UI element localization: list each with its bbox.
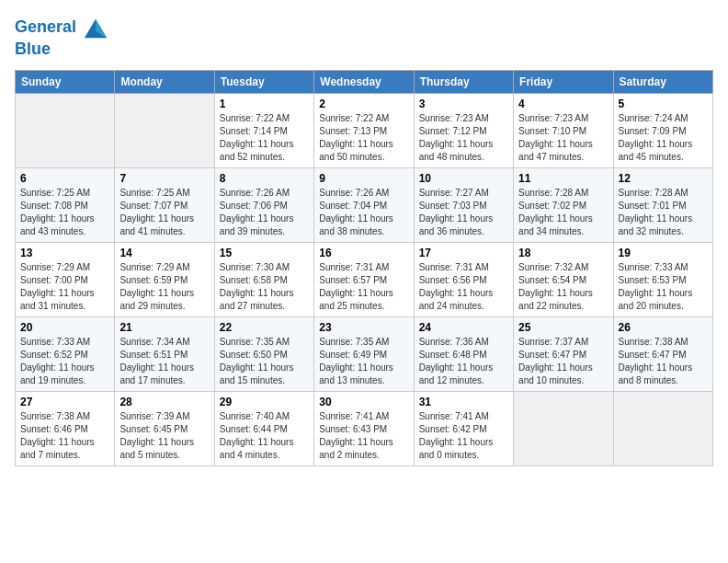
calendar-cell: 20Sunrise: 7:33 AM Sunset: 6:52 PM Dayli… [16,316,115,391]
calendar-week-row: 6Sunrise: 7:25 AM Sunset: 7:08 PM Daylig… [16,167,713,242]
day-number: 6 [20,172,109,185]
calendar-cell: 24Sunrise: 7:36 AM Sunset: 6:48 PM Dayli… [414,316,513,391]
day-detail: Sunrise: 7:28 AM Sunset: 7:01 PM Dayligh… [619,187,708,238]
day-number: 11 [518,172,608,185]
day-number: 16 [319,247,408,259]
day-detail: Sunrise: 7:23 AM Sunset: 7:10 PM Dayligh… [518,112,608,164]
calendar-cell [613,391,712,465]
day-detail: Sunrise: 7:28 AM Sunset: 7:02 PM Dayligh… [518,187,608,238]
day-number: 29 [220,396,309,408]
calendar-cell: 11Sunrise: 7:28 AM Sunset: 7:02 PM Dayli… [514,167,613,242]
day-detail: Sunrise: 7:29 AM Sunset: 7:00 PM Dayligh… [20,261,109,313]
day-detail: Sunrise: 7:23 AM Sunset: 7:12 PM Dayligh… [419,112,508,164]
calendar-cell [115,93,214,167]
weekday-header-sunday: Sunday [16,70,115,93]
calendar-cell [514,391,613,465]
calendar-cell: 5Sunrise: 7:24 AM Sunset: 7:09 PM Daylig… [613,93,712,167]
day-number: 26 [619,321,708,334]
calendar-cell: 27Sunrise: 7:38 AM Sunset: 6:46 PM Dayli… [16,391,115,465]
day-number: 7 [119,172,209,185]
calendar-cell: 15Sunrise: 7:30 AM Sunset: 6:58 PM Dayli… [214,242,313,316]
day-detail: Sunrise: 7:37 AM Sunset: 6:47 PM Dayligh… [518,336,608,387]
day-number: 1 [220,98,309,110]
day-number: 20 [20,321,109,334]
calendar-cell: 29Sunrise: 7:40 AM Sunset: 6:44 PM Dayli… [214,391,313,465]
calendar-cell: 31Sunrise: 7:41 AM Sunset: 6:42 PM Dayli… [414,391,513,465]
calendar-cell: 23Sunrise: 7:35 AM Sunset: 6:49 PM Dayli… [314,316,414,391]
day-number: 9 [319,172,408,185]
day-number: 30 [319,396,408,408]
day-number: 31 [419,396,508,408]
day-number: 25 [518,321,608,334]
day-detail: Sunrise: 7:27 AM Sunset: 7:03 PM Dayligh… [419,187,508,238]
day-number: 17 [419,247,508,259]
calendar-cell: 13Sunrise: 7:29 AM Sunset: 7:00 PM Dayli… [16,242,115,316]
calendar-week-row: 20Sunrise: 7:33 AM Sunset: 6:52 PM Dayli… [16,316,713,391]
day-detail: Sunrise: 7:38 AM Sunset: 6:47 PM Dayligh… [619,336,708,387]
day-number: 18 [518,247,608,259]
calendar-week-row: 13Sunrise: 7:29 AM Sunset: 7:00 PM Dayli… [16,242,713,316]
weekday-header-row: SundayMondayTuesdayWednesdayThursdayFrid… [16,70,713,93]
calendar-cell: 9Sunrise: 7:26 AM Sunset: 7:04 PM Daylig… [314,167,414,242]
day-detail: Sunrise: 7:22 AM Sunset: 7:14 PM Dayligh… [220,112,309,164]
day-detail: Sunrise: 7:39 AM Sunset: 6:45 PM Dayligh… [119,410,209,462]
calendar-cell: 21Sunrise: 7:34 AM Sunset: 6:51 PM Dayli… [115,316,214,391]
day-number: 27 [20,396,109,408]
page: General Blue SundayMondayTuesdayWednesda… [0,0,728,481]
day-number: 28 [119,396,209,408]
calendar-cell: 8Sunrise: 7:26 AM Sunset: 7:06 PM Daylig… [214,167,313,242]
calendar-cell: 22Sunrise: 7:35 AM Sunset: 6:50 PM Dayli… [214,316,313,391]
day-detail: Sunrise: 7:40 AM Sunset: 6:44 PM Dayligh… [220,410,309,462]
day-detail: Sunrise: 7:24 AM Sunset: 7:09 PM Dayligh… [619,112,708,164]
calendar-cell: 4Sunrise: 7:23 AM Sunset: 7:10 PM Daylig… [514,93,613,167]
day-number: 23 [319,321,408,334]
calendar-cell: 3Sunrise: 7:23 AM Sunset: 7:12 PM Daylig… [414,93,513,167]
logo: General Blue [15,15,108,59]
calendar-week-row: 27Sunrise: 7:38 AM Sunset: 6:46 PM Dayli… [16,391,713,465]
day-detail: Sunrise: 7:22 AM Sunset: 7:13 PM Dayligh… [319,112,408,164]
day-number: 3 [419,98,508,110]
calendar-cell: 17Sunrise: 7:31 AM Sunset: 6:56 PM Dayli… [414,242,513,316]
calendar-week-row: 1Sunrise: 7:22 AM Sunset: 7:14 PM Daylig… [16,93,713,167]
day-detail: Sunrise: 7:41 AM Sunset: 6:43 PM Dayligh… [319,410,408,462]
logo-subtext: Blue [15,40,108,59]
calendar-cell: 10Sunrise: 7:27 AM Sunset: 7:03 PM Dayli… [414,167,513,242]
day-number: 12 [619,172,708,185]
day-detail: Sunrise: 7:31 AM Sunset: 6:57 PM Dayligh… [319,261,408,313]
calendar-cell: 14Sunrise: 7:29 AM Sunset: 6:59 PM Dayli… [115,242,214,316]
day-detail: Sunrise: 7:30 AM Sunset: 6:58 PM Dayligh… [220,261,309,313]
calendar-cell: 25Sunrise: 7:37 AM Sunset: 6:47 PM Dayli… [514,316,613,391]
logo-text: General [15,15,108,40]
day-detail: Sunrise: 7:26 AM Sunset: 7:06 PM Dayligh… [220,187,309,238]
calendar-cell: 12Sunrise: 7:28 AM Sunset: 7:01 PM Dayli… [613,167,712,242]
day-detail: Sunrise: 7:34 AM Sunset: 6:51 PM Dayligh… [119,336,209,387]
day-detail: Sunrise: 7:25 AM Sunset: 7:07 PM Dayligh… [119,187,209,238]
calendar-table: SundayMondayTuesdayWednesdayThursdayFrid… [15,70,713,466]
day-number: 15 [220,247,309,259]
weekday-header-saturday: Saturday [613,70,712,93]
day-detail: Sunrise: 7:35 AM Sunset: 6:49 PM Dayligh… [319,336,408,387]
day-number: 4 [518,98,608,110]
day-number: 10 [419,172,508,185]
day-detail: Sunrise: 7:33 AM Sunset: 6:53 PM Dayligh… [619,261,708,313]
calendar-cell: 26Sunrise: 7:38 AM Sunset: 6:47 PM Dayli… [613,316,712,391]
calendar-cell: 30Sunrise: 7:41 AM Sunset: 6:43 PM Dayli… [314,391,414,465]
day-number: 2 [319,98,408,110]
calendar-cell [16,93,115,167]
weekday-header-monday: Monday [115,70,214,93]
day-number: 24 [419,321,508,334]
day-number: 5 [619,98,708,110]
weekday-header-thursday: Thursday [414,70,513,93]
day-detail: Sunrise: 7:26 AM Sunset: 7:04 PM Dayligh… [319,187,408,238]
day-number: 8 [220,172,309,185]
day-detail: Sunrise: 7:29 AM Sunset: 6:59 PM Dayligh… [119,261,209,313]
calendar-cell: 6Sunrise: 7:25 AM Sunset: 7:08 PM Daylig… [16,167,115,242]
weekday-header-friday: Friday [514,70,613,93]
day-detail: Sunrise: 7:36 AM Sunset: 6:48 PM Dayligh… [419,336,508,387]
day-detail: Sunrise: 7:41 AM Sunset: 6:42 PM Dayligh… [419,410,508,462]
day-detail: Sunrise: 7:32 AM Sunset: 6:54 PM Dayligh… [518,261,608,313]
day-number: 14 [119,247,209,259]
day-number: 19 [619,247,708,259]
logo-icon [83,15,108,40]
calendar-cell: 2Sunrise: 7:22 AM Sunset: 7:13 PM Daylig… [314,93,414,167]
